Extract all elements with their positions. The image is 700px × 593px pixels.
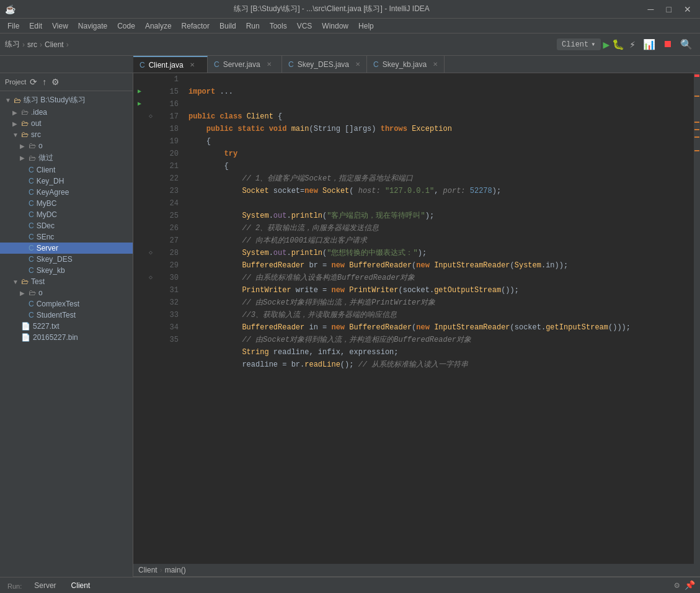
tree-idea[interactable]: ▶ 🗁 .idea (0, 107, 133, 118)
profile-button[interactable]: 📊 (640, 36, 658, 53)
menu-item-window[interactable]: Window (317, 20, 353, 32)
menu-item-edit[interactable]: Edit (24, 20, 47, 32)
tree-5227-txt[interactable]: 📄 5227.txt (0, 321, 133, 332)
menu-item-build[interactable]: Build (215, 20, 241, 32)
code-editor[interactable]: ▶ ▶ (133, 73, 700, 564)
tree-done[interactable]: ▶ 🗁 做过 (0, 151, 133, 164)
tree-out[interactable]: ▶ 🗁 out (0, 118, 133, 129)
tree-skey-kb[interactable]: C Skey_kb (0, 265, 133, 276)
server-java-icon: C (29, 244, 34, 252)
stop-button[interactable]: ⏹ (660, 36, 675, 53)
tab-client-java[interactable]: C Client.java ✕ (133, 56, 208, 73)
project-sync-btn[interactable]: ⟳ (29, 76, 38, 88)
o-label: o (38, 141, 43, 150)
code-text[interactable]: import ... public class Client { public … (184, 73, 631, 564)
project-collapse-btn[interactable]: ↑ (41, 76, 48, 88)
debug-button[interactable]: 🐛 (612, 38, 624, 51)
sdec-java-icon: C (29, 221, 34, 230)
client-label: Client (37, 166, 56, 174)
tree-key-dh[interactable]: C Key_DH (0, 176, 133, 187)
menu-item-code[interactable]: Code (112, 20, 140, 32)
skey-kb-java-icon: C (29, 266, 34, 275)
menu-item-analyze[interactable]: Analyze (140, 20, 177, 32)
gutter-arrow-16[interactable]: ▶ (133, 98, 146, 110)
gutter-arrow-15[interactable]: ▶ (133, 86, 146, 98)
tab-skey-kb-java[interactable]: C Skey_kb.java ✕ (367, 56, 445, 73)
toolbar: 练习 › src › Client › Client ▾ ▶ 🐛 ⚡ 📊 ⏹ 🔍 (0, 33, 700, 56)
tab-close-skey-kb[interactable]: ✕ (433, 61, 438, 68)
scope-marker-30: ◇ (146, 247, 156, 259)
tab-skey-des-java[interactable]: C Skey_DES.java ✕ (282, 56, 367, 73)
maximize-button[interactable]: □ (663, 3, 675, 16)
tree-server[interactable]: C Server (0, 243, 133, 254)
out-folder-icon: 🗁 (21, 119, 29, 128)
breadcrumb-src[interactable]: src (27, 40, 37, 49)
tab-label-server: Server.java (223, 60, 260, 69)
bin-file-icon: 📄 (21, 333, 30, 342)
run-config-dropdown-icon[interactable]: ▾ (591, 40, 595, 49)
project-panel-header: Project ⟳ ↑ ⚙ (0, 73, 133, 91)
sdec-label: SDec (37, 221, 55, 230)
test-o-label: o (38, 288, 43, 297)
tab-server-java[interactable]: C Server.java ✕ (208, 56, 282, 73)
editor-breadcrumb-method[interactable]: main() (165, 566, 186, 574)
coverage-button[interactable]: ⚡ (627, 36, 638, 53)
close-button[interactable]: ✕ (680, 3, 695, 16)
tree-sdec[interactable]: C SDec (0, 220, 133, 231)
minimize-button[interactable]: ─ (644, 3, 658, 16)
project-settings-btn[interactable]: ⚙ (50, 76, 61, 88)
tab-close-skey-des[interactable]: ✕ (355, 61, 360, 68)
editor-breadcrumb-class[interactable]: Client (138, 566, 157, 574)
menu-item-vcs[interactable]: VCS (292, 20, 317, 32)
menu-item-view[interactable]: View (47, 20, 73, 32)
out-expand-icon: ▶ (12, 120, 19, 127)
root-folder-icon: 🗁 (14, 96, 21, 105)
tree-o[interactable]: ▶ 🗁 o (0, 140, 133, 151)
search-button[interactable]: 🔍 (678, 36, 695, 53)
tree-senc[interactable]: C SEnc (0, 231, 133, 243)
scrollbar-gutter (694, 73, 700, 564)
tab-bar: C Client.java ✕ C Server.java ✕ C Skey_D… (0, 56, 700, 73)
tree-mybc[interactable]: C MyBC (0, 198, 133, 209)
run-pin-button[interactable]: 📌 (682, 577, 698, 593)
test-o-expand-icon: ▶ (20, 290, 26, 296)
tree-skey-des[interactable]: C Skey_DES (0, 254, 133, 265)
tree-mydc[interactable]: C MyDC (0, 209, 133, 220)
breadcrumb-sep2: › (40, 40, 42, 49)
tab-close-server[interactable]: ✕ (267, 61, 272, 68)
run-settings-button[interactable]: ⚙ (672, 577, 682, 593)
tree-root[interactable]: ▼ 🗁 练习 B:\Study\练习 (0, 94, 133, 107)
menu-item-navigate[interactable]: Navigate (73, 20, 112, 32)
tree-client[interactable]: C Client (0, 164, 133, 176)
src-label: src (31, 130, 41, 139)
tree-studenttest[interactable]: C StudentTest (0, 310, 133, 321)
breadcrumb-client[interactable]: Client (45, 40, 64, 49)
run-button[interactable]: ▶ (603, 38, 610, 51)
menu-item-help[interactable]: Help (353, 20, 379, 32)
tab-close-client[interactable]: ✕ (190, 61, 195, 68)
tree-keyagree[interactable]: C KeyAgree (0, 187, 133, 198)
tree-20165227-bin[interactable]: 📄 20165227.bin (0, 332, 133, 343)
tree-test-o[interactable]: ▶ 🗁 o (0, 287, 133, 298)
done-expand-icon: ▶ (20, 154, 26, 161)
menu-item-run[interactable]: Run (241, 20, 265, 32)
menu-item-tools[interactable]: Tools (265, 20, 292, 32)
run-config-selector[interactable]: Client ▾ (557, 38, 600, 50)
run-tab-server[interactable]: Server (27, 577, 63, 593)
run-tab-client[interactable]: Client (64, 577, 98, 593)
mybc-label: MyBC (37, 199, 57, 208)
breadcrumb-root[interactable]: 练习 (5, 39, 20, 50)
tree-src[interactable]: ▼ 🗁 src (0, 129, 133, 140)
run-tab-bar: Run: Server Client ⚙ 📌 (0, 577, 700, 593)
tree-complextest[interactable]: C ComplexTest (0, 298, 133, 310)
idea-folder-icon: 🗁 (21, 108, 29, 117)
scope-gutter: ◇ ◇ ◇ (146, 73, 156, 564)
tab-label-skey-kb: Skey_kb.java (383, 60, 427, 69)
menu-item-file[interactable]: File (2, 20, 24, 32)
txt-file-icon: 📄 (21, 322, 30, 331)
tree-test[interactable]: ▼ 🗁 Test (0, 276, 133, 287)
editor-breadcrumb-sep: › (160, 566, 162, 574)
editor-scroll-container[interactable]: ▶ ▶ (133, 73, 637, 564)
tab-icon-skey-des: C (288, 60, 294, 69)
menu-item-refactor[interactable]: Refactor (177, 20, 215, 32)
